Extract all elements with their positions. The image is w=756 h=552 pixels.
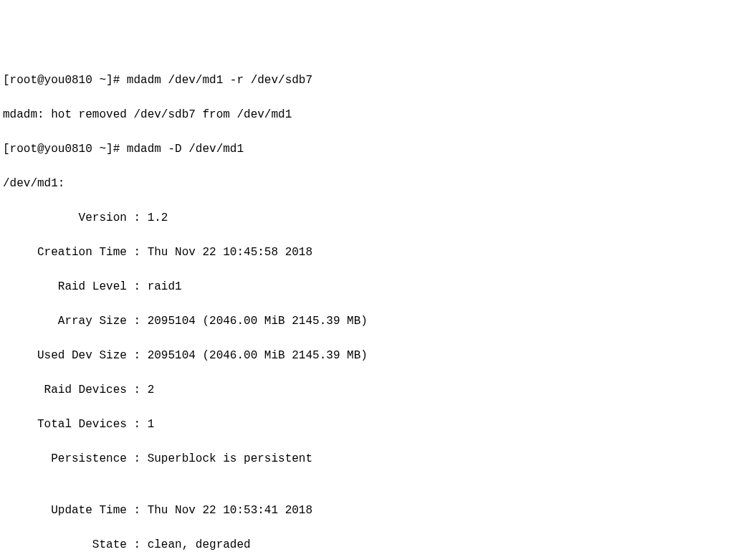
terminal-line: Raid Devices : 2 — [3, 381, 753, 399]
terminal-line: [root@you0810 ~]# mdadm -D /dev/md1 — [3, 141, 753, 158]
terminal-line: State : clean, degraded — [3, 536, 753, 552]
terminal-line: Creation Time : Thu Nov 22 10:45:58 2018 — [3, 244, 753, 261]
terminal-line: Update Time : Thu Nov 22 10:53:41 2018 — [3, 502, 753, 519]
terminal-line: Array Size : 2095104 (2046.00 MiB 2145.3… — [3, 313, 753, 330]
terminal-line: /dev/md1: — [3, 175, 753, 192]
terminal-line: Raid Level : raid1 — [3, 278, 753, 295]
terminal-line: Total Devices : 1 — [3, 416, 753, 433]
terminal-line: [root@you0810 ~]# mdadm /dev/md1 -r /dev… — [3, 72, 753, 89]
terminal-line: Used Dev Size : 2095104 (2046.00 MiB 214… — [3, 347, 753, 364]
terminal-line: Version : 1.2 — [3, 209, 753, 227]
terminal-line: Persistence : Superblock is persistent — [3, 450, 753, 467]
terminal-line: mdadm: hot removed /dev/sdb7 from /dev/m… — [3, 106, 753, 123]
